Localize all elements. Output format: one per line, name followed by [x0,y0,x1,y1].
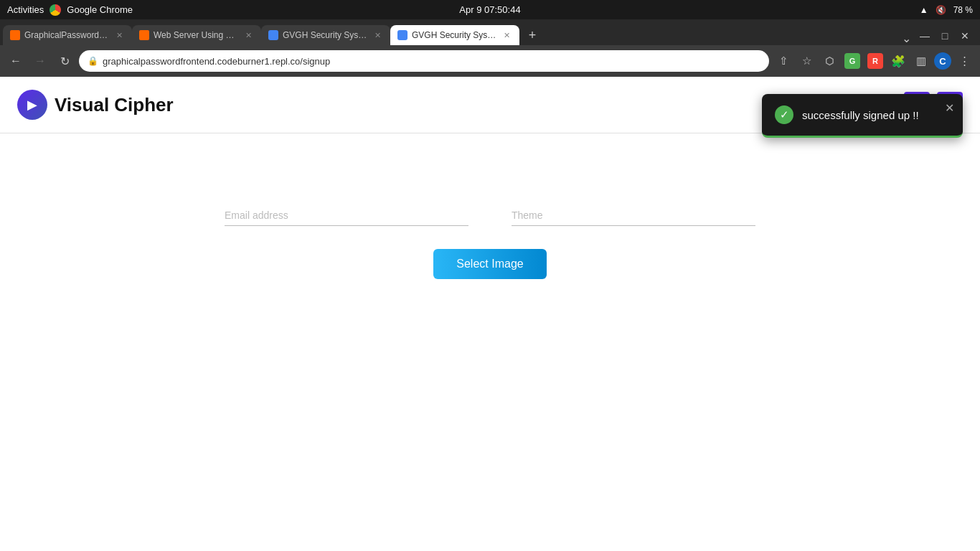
lock-icon: 🔒 [88,56,98,66]
tab-favicon-1 [10,30,20,40]
tab-overflow-button[interactable]: ⌄ [897,32,915,45]
ext-badge-red: R [867,53,883,69]
tab-favicon-2 [139,30,149,40]
logo-icon: ▶ [17,90,47,120]
extension-icon-red[interactable]: R [865,51,885,71]
toast-notification: ✓ successfully signed up !! ✕ [762,94,963,138]
tab-label-4: GVGH Security System [412,30,496,40]
forward-button[interactable]: → [30,51,50,71]
form-area: Select Image [0,205,980,279]
ext-badge-1: ⬡ [821,53,837,69]
tab-favicon-4 [397,30,407,40]
form-row [225,205,755,226]
close-window-button[interactable]: ✕ [956,27,974,45]
profile-avatar[interactable]: C [934,52,951,70]
os-bar: Activities Google Chrome Apr 9 07:50:44 … [0,0,980,19]
tab-close-4[interactable]: ✕ [501,29,512,41]
os-wifi-icon: ▲ [920,5,928,15]
extension-icon-green[interactable]: G [842,51,862,71]
tab-label-1: GraphicalPasswordFronti [24,30,109,40]
toast-message: successfully signed up !! [802,109,919,121]
theme-field-container [512,205,755,226]
tab-label-2: Web Server Using Node.js [154,30,238,40]
new-tab-button[interactable]: + [522,25,542,45]
extension-icon-1[interactable]: ⬡ [819,51,839,71]
ext-badge-green: G [844,53,860,69]
toast-close-button[interactable]: ✕ [945,101,954,115]
tab-favicon-3 [268,30,278,40]
back-button[interactable]: ← [6,51,26,71]
os-datetime: Apr 9 07:50:44 [459,4,520,15]
tab-close-3[interactable]: ✕ [372,29,383,41]
maximize-button[interactable]: □ [936,27,954,45]
share-icon[interactable]: ⇧ [773,51,793,71]
email-input[interactable] [225,205,468,226]
select-image-button[interactable]: Select Image [433,249,546,279]
page-content: ▶ Visual Cipher Select Image ✓ successfu… [0,77,980,551]
tab-label-3: GVGH Security System [283,30,367,40]
os-activities-label[interactable]: Activities [7,4,44,15]
os-app-label: Google Chrome [67,4,133,15]
menu-icon[interactable]: ⋮ [954,51,974,71]
address-bar: ← → ↻ 🔒 graphicalpasswordfrontend.codebu… [0,45,980,77]
tab-close-1[interactable]: ✕ [113,29,125,41]
toast-check-icon: ✓ [775,105,793,124]
sidebar-icon[interactable]: ▥ [911,51,931,71]
bookmark-icon[interactable]: ☆ [796,51,816,71]
os-battery: 78 % [953,5,973,15]
puzzle-glyph: 🧩 [891,55,905,68]
os-volume-icon: 🔇 [936,5,946,15]
email-field-container [225,205,468,226]
minimize-button[interactable]: — [915,27,934,45]
url-text: graphicalpasswordfrontend.codeburner1.re… [103,56,760,67]
extensions-puzzle-icon[interactable]: 🧩 [888,51,908,71]
tab-bar: GraphicalPasswordFronti ✕ Web Server Usi… [0,19,980,45]
tab-close-2[interactable]: ✕ [242,29,254,41]
tab-webserver[interactable]: Web Server Using Node.js ✕ [132,25,261,45]
play-icon: ▶ [27,97,37,113]
site-title: Visual Cipher [55,94,174,116]
tab-gvgh-2[interactable]: GVGH Security System ✕ [390,25,519,45]
tab-gvgh-1[interactable]: GVGH Security System ✕ [261,25,390,45]
tab-graphical[interactable]: GraphicalPasswordFronti ✕ [3,25,132,45]
chrome-os-icon [50,4,61,16]
url-bar[interactable]: 🔒 graphicalpasswordfrontend.codeburner1.… [79,50,769,72]
toolbar-icons: ⇧ ☆ ⬡ G R 🧩 ▥ C ⋮ [773,51,974,71]
refresh-button[interactable]: ↻ [55,51,75,71]
logo-container: ▶ Visual Cipher [17,90,174,120]
theme-input[interactable] [512,205,755,226]
